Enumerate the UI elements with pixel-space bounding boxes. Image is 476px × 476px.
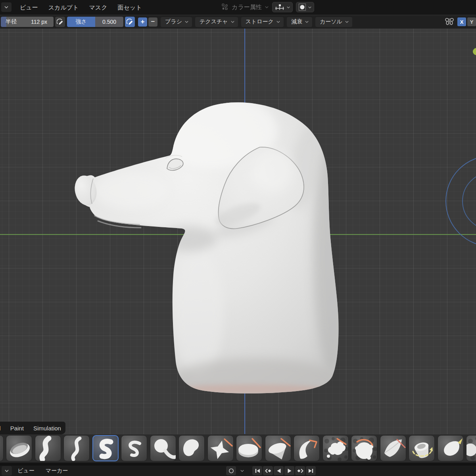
shelf-tab-simulation[interactable]: Simulation: [29, 425, 65, 432]
shelf-tab-paint[interactable]: Paint: [6, 425, 29, 432]
brush-thumbnail-cylinder-twist[interactable]: [409, 435, 435, 461]
brush-thumbnail-wedge-disc[interactable]: [265, 435, 291, 461]
lump-cloud-icon: [323, 436, 349, 461]
symmetry-group: XY: [444, 17, 476, 26]
symmetry-axis-y[interactable]: Y: [467, 17, 476, 26]
record-circle-icon: [229, 468, 233, 472]
plain-icon: [0, 436, 4, 461]
brush-thumbnail-claw[interactable]: [294, 435, 320, 461]
rotation-gizmo-outer-circle[interactable]: [446, 156, 476, 246]
color-attribute-selector[interactable]: カラー属性: [221, 3, 269, 11]
timeline-editor-type-dropdown[interactable]: [2, 466, 12, 476]
brush-thumbnail-dish[interactable]: [6, 435, 32, 461]
brush-thumbnail-s-blob[interactable]: [92, 435, 119, 461]
disc-icon: [236, 436, 262, 461]
axis-buttons: XY: [457, 17, 476, 26]
wave-ridge-icon: [35, 436, 61, 461]
menu-0[interactable]: ビュー: [15, 0, 43, 15]
dog-head-sculpt[interactable]: [72, 93, 351, 402]
brush-thumbnail-s-swirl[interactable]: [121, 435, 147, 461]
rotation-gizmo-inner-circle[interactable]: [463, 173, 476, 230]
jump-to-end-icon: [307, 468, 315, 474]
chevron-down-icon: [287, 6, 290, 8]
brush-thumbnail-ball-tail[interactable]: [150, 435, 176, 461]
menu-1[interactable]: スカルプト: [43, 0, 84, 15]
jump-to-start-icon: [254, 468, 261, 474]
menu-2[interactable]: マスク: [84, 0, 112, 15]
dish-icon: [6, 436, 32, 461]
tool-dropdowns: ブラシテクスチャストローク減衰カーソル: [157, 17, 352, 27]
brush-thumbnail-plain[interactable]: [0, 435, 4, 461]
cylinder-twist-icon: [409, 436, 435, 461]
next-keyframe-button[interactable]: [295, 466, 305, 475]
brush-tip-icon: [298, 3, 306, 11]
brush-thumbnail-teardrop[interactable]: [438, 435, 464, 461]
jump-to-start-button[interactable]: [252, 466, 262, 475]
dropdown-0[interactable]: ブラシ: [161, 17, 192, 27]
dropdown-3[interactable]: 減衰: [287, 17, 312, 27]
timeline-menus: ビューマーカー: [12, 467, 73, 474]
brush-tip-widget[interactable]: [296, 2, 314, 12]
radius-pressure-button[interactable]: [55, 17, 65, 27]
dropdown-4[interactable]: カーソル: [315, 17, 352, 27]
chevron-down-icon: [265, 6, 268, 8]
timeline-bar: ビューマーカー: [0, 465, 476, 476]
play-reverse-button[interactable]: [274, 466, 284, 475]
s-ridge-icon: [64, 436, 90, 461]
falloff-curve-widget[interactable]: [272, 2, 293, 12]
brush-thumbnail-rough-ball[interactable]: [351, 435, 377, 461]
radius-value: 112 px: [31, 19, 47, 25]
jump-to-end-button[interactable]: [306, 466, 316, 475]
brush-thumbnail-cross-star[interactable]: [207, 435, 234, 461]
brush-thumbnail-s-ridge[interactable]: [63, 435, 90, 461]
viewport-scene: [0, 29, 476, 476]
timeline-menu-1[interactable]: マーカー: [40, 467, 74, 474]
subtract-button[interactable]: −: [148, 17, 157, 27]
play-button[interactable]: [284, 466, 294, 475]
chevron-down-icon: [309, 6, 311, 8]
auto-keying-button[interactable]: [226, 466, 236, 475]
strength-value: 0.500: [102, 19, 116, 25]
previous-keyframe-button[interactable]: [263, 466, 273, 475]
symmetry-butterfly-icon: [444, 17, 455, 26]
strength-slider[interactable]: 強さ 0.500: [67, 17, 123, 27]
brush-thumbnail-cone[interactable]: [380, 435, 406, 461]
brush-thumbnail-rough-partial[interactable]: [466, 435, 476, 461]
strength-fill: 強さ: [67, 17, 95, 27]
chevron-down-icon: [5, 470, 8, 472]
brush-thumbnail-disc[interactable]: [236, 435, 262, 461]
rough-ball-icon: [351, 436, 377, 461]
wedge-disc-icon: [265, 436, 291, 461]
radius-label: 半径: [1, 18, 17, 25]
kidney-icon: [179, 436, 205, 461]
brush-thumbnail-wave-ridge[interactable]: [35, 435, 61, 461]
header-menus: ビュースカルプトマスク面セット: [15, 0, 147, 15]
editor-type-dropdown[interactable]: [1, 2, 12, 12]
playback-controls: [226, 466, 316, 475]
auto-keying-dropdown[interactable]: [237, 466, 247, 475]
brush-thumbnail-kidney[interactable]: [178, 435, 205, 461]
3d-viewport[interactable]: [0, 29, 476, 476]
previous-keyframe-icon: [265, 468, 272, 474]
falloff-curve-icon: [274, 4, 285, 10]
strength-pressure-button[interactable]: [125, 17, 135, 27]
shelf-tab-all[interactable]: All: [0, 425, 6, 432]
axis-gizmo-green-dot[interactable]: [473, 48, 476, 55]
brush-thumbnail-lump-cloud[interactable]: [322, 435, 349, 461]
menu-3[interactable]: 面セット: [113, 0, 147, 15]
cross-star-icon: [208, 436, 234, 461]
play-reverse-icon: [275, 468, 282, 474]
symmetry-axis-x[interactable]: X: [457, 17, 466, 26]
header-right-group: カラー属性: [221, 2, 314, 12]
rough-partial-icon: [466, 436, 476, 461]
color-attribute-label: カラー属性: [232, 4, 262, 11]
dropdown-2[interactable]: ストローク: [241, 17, 284, 27]
cone-icon: [380, 436, 406, 461]
transport-buttons: [252, 466, 316, 475]
pen-pressure-icon: [57, 19, 63, 25]
dropdown-1[interactable]: テクスチャ: [195, 17, 238, 27]
s-blob-icon: [93, 436, 119, 461]
radius-slider[interactable]: 半径 112 px: [1, 17, 54, 27]
add-button[interactable]: +: [138, 17, 147, 27]
timeline-menu-0[interactable]: ビュー: [12, 467, 40, 474]
